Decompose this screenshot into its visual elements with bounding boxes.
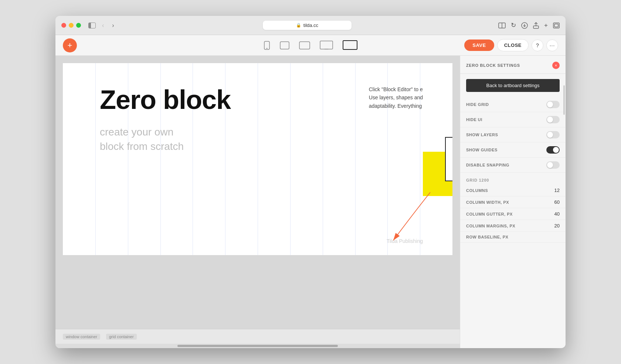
browser-window: ‹ › 🔒 tilda.cc ↻ (55, 16, 566, 348)
panel-close-button[interactable]: × (552, 62, 560, 69)
device-btn-tablet[interactable] (298, 40, 312, 51)
save-button[interactable]: SAVE (464, 40, 494, 51)
canvas-area: Zero block create your own block from sc… (55, 56, 460, 348)
traffic-light-red[interactable] (61, 23, 66, 28)
device-btn-tablet-sm[interactable] (278, 40, 291, 51)
column-margins-row: COLUMN MARGINS, PX 20 (460, 220, 566, 232)
hide-grid-toggle[interactable] (546, 101, 560, 108)
url-pill[interactable]: 🔒 tilda.cc (263, 21, 352, 30)
show-guides-label: SHOW GUIDES (466, 148, 498, 152)
show-layers-row: SHOW LAYERS (460, 127, 566, 142)
columns-value: 12 (554, 188, 560, 193)
device-btn-desktop[interactable] (341, 39, 359, 52)
tilda-attribution: Tilda Publishing (387, 238, 423, 244)
block-content: Zero block create your own block from sc… (63, 63, 452, 169)
sidebar-toggle-btn[interactable] (88, 23, 96, 28)
grid-container-label: grid container (106, 334, 137, 340)
download-btn[interactable] (521, 22, 528, 29)
column-margins-label: COLUMN MARGINS, PX (466, 224, 515, 228)
column-width-value: 60 (554, 199, 560, 205)
panel-scrollbar-thumb[interactable] (563, 85, 565, 115)
canvas-viewport: Zero block create your own block from sc… (55, 56, 460, 329)
url-text: tilda.cc (303, 23, 318, 28)
show-layers-label: SHOW LAYERS (466, 133, 498, 137)
column-width-row: COLUMN WIDTH, PX 60 (460, 196, 566, 208)
back-nav-btn[interactable]: ‹ (100, 21, 106, 30)
svg-rect-10 (299, 42, 310, 49)
column-width-label: COLUMN WIDTH, PX (466, 200, 509, 205)
panel-scrollbar (563, 78, 565, 348)
panel-title: ZERO BLOCK SETTINGS (466, 63, 520, 68)
traffic-light-green[interactable] (76, 23, 81, 28)
hide-ui-row: HIDE UI (460, 112, 566, 127)
block-subtitle: create your own block from scratch (100, 125, 415, 154)
scrollbar-thumb[interactable] (177, 345, 338, 347)
show-guides-row: SHOW GUIDES (460, 142, 566, 158)
settings-panel: ZERO BLOCK SETTINGS × Back to artboard s… (460, 56, 566, 348)
show-guides-toggle[interactable] (546, 146, 560, 154)
row-baseline-row: ROW BASELINE, PX (460, 232, 566, 243)
column-margins-value: 20 (554, 223, 560, 229)
back-to-artboard-button[interactable]: Back to artboard settings (466, 79, 560, 92)
traffic-light-yellow[interactable] (69, 23, 74, 28)
disable-snapping-label: DISABLE SNAPPING (466, 163, 509, 167)
browser-chrome: ‹ › 🔒 tilda.cc ↻ (55, 16, 566, 35)
device-btn-desktop-sm[interactable] (318, 39, 335, 52)
column-gutter-row: COLUMN GUTTER, PX 40 (460, 208, 566, 220)
click-block-description: Click "Block Editor" to e Use layers, sh… (369, 85, 423, 110)
close-button[interactable]: CLOSE (497, 39, 529, 51)
show-layers-toggle[interactable] (546, 131, 560, 138)
address-bar: 🔒 tilda.cc (121, 21, 494, 30)
columns-row: COLUMNS 12 (460, 185, 566, 196)
refresh-btn[interactable]: ↻ (511, 21, 516, 29)
block-title: Zero block (100, 85, 415, 114)
help-button[interactable]: ? (532, 40, 543, 51)
disable-snapping-toggle[interactable] (546, 161, 560, 169)
column-gutter-value: 40 (554, 211, 560, 217)
row-baseline-label: ROW BASELINE, PX (466, 235, 508, 239)
disable-snapping-row: DISABLE SNAPPING (460, 158, 566, 173)
forward-nav-btn[interactable]: › (110, 21, 116, 30)
hide-ui-toggle[interactable] (546, 116, 560, 123)
canvas-bottom-bar: window container grid container (55, 329, 460, 344)
svg-rect-13 (343, 41, 357, 49)
browser-actions: ↻ + (498, 21, 560, 29)
svg-rect-6 (554, 24, 558, 27)
lock-icon: 🔒 (296, 23, 301, 28)
columns-label: COLUMNS (466, 188, 488, 193)
toolbar-right: SAVE CLOSE ? ··· (464, 39, 558, 51)
tab-overview-btn[interactable] (553, 23, 560, 28)
more-button[interactable]: ··· (546, 40, 558, 51)
translate-btn[interactable] (498, 23, 506, 28)
horizontal-scrollbar[interactable] (55, 344, 460, 348)
device-switcher (262, 39, 359, 52)
hide-ui-label: HIDE UI (466, 117, 482, 122)
svg-rect-4 (533, 26, 539, 28)
hide-grid-row: HIDE GRID (460, 97, 566, 112)
block-canvas[interactable]: Zero block create your own block from sc… (63, 63, 452, 255)
svg-rect-9 (280, 42, 289, 49)
new-tab-btn[interactable]: + (544, 22, 548, 29)
right-text-block: Click "Block Editor" to e Use layers, sh… (369, 85, 423, 110)
share-btn[interactable] (533, 22, 539, 29)
editor-toolbar: + (55, 35, 566, 56)
add-block-button[interactable]: + (63, 38, 77, 52)
grid-section-header: GRID 1200 (460, 173, 566, 185)
column-gutter-label: COLUMN GUTTER, PX (466, 212, 513, 216)
editor-main: Zero block create your own block from sc… (55, 56, 566, 348)
device-btn-mobile[interactable] (262, 40, 272, 51)
svg-rect-11 (320, 41, 333, 49)
panel-header: ZERO BLOCK SETTINGS × (460, 56, 566, 74)
hide-grid-label: HIDE GRID (466, 102, 489, 107)
image-frame (445, 137, 452, 181)
window-container-label: window container (63, 334, 100, 340)
traffic-lights (61, 23, 81, 28)
